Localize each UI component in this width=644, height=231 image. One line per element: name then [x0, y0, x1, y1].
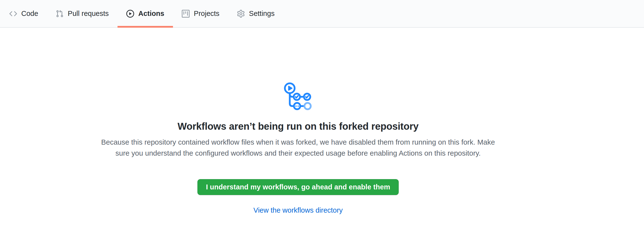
tab-pull-requests[interactable]: Pull requests	[47, 0, 118, 27]
tab-settings-label: Settings	[249, 10, 274, 17]
code-icon	[9, 10, 17, 18]
workflow-graph-icon	[284, 83, 312, 110]
page-title: Workflows aren’t being run on this forke…	[178, 121, 419, 132]
tab-pull-requests-label: Pull requests	[68, 10, 109, 17]
git-pull-request-icon	[56, 10, 64, 18]
tab-projects-label: Projects	[194, 10, 220, 17]
tab-projects[interactable]: Projects	[173, 0, 228, 27]
tab-code-label: Code	[21, 10, 38, 17]
tab-code[interactable]: Code	[0, 0, 47, 27]
view-workflows-directory-link[interactable]: View the workflows directory	[253, 206, 342, 214]
tab-actions[interactable]: Actions	[118, 0, 173, 27]
tab-settings[interactable]: Settings	[228, 0, 284, 27]
enable-workflows-button[interactable]: I understand my workflows, go ahead and …	[198, 179, 399, 195]
project-icon	[182, 10, 190, 18]
blankslate-description: Because this repository contained workfl…	[94, 137, 502, 159]
repo-nav: Code Pull requests Actions Projects Sett…	[0, 0, 644, 28]
tab-actions-label: Actions	[138, 10, 164, 17]
gear-icon	[237, 10, 245, 18]
play-icon	[126, 10, 134, 18]
actions-blankslate: Workflows aren’t being run on this forke…	[0, 28, 644, 214]
